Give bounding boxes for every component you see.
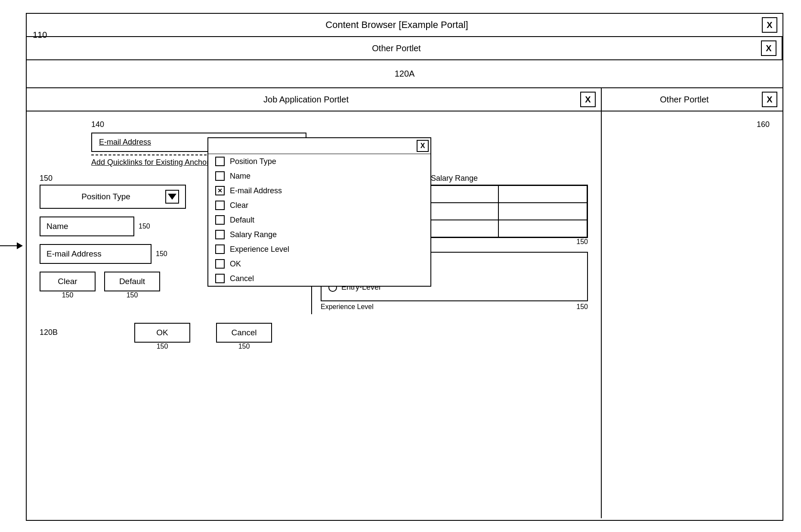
popup-item[interactable]: Cancel [208, 271, 430, 286]
name-input[interactable]: Name [40, 217, 134, 236]
arrow-130-head [17, 242, 23, 249]
popup-item-label: Salary Range [230, 230, 277, 239]
clear-group: Clear 150 [40, 272, 96, 299]
salary-cell-9 [498, 220, 587, 237]
popup-item[interactable]: Experience Level [208, 242, 430, 257]
content-area: Other Portlet X 120A Job Application Por… [27, 37, 782, 518]
ok-num-label: 150 [157, 343, 168, 350]
popup-item[interactable]: Clear [208, 198, 430, 213]
job-app-portlet-title: Job Application Portlet [32, 95, 580, 105]
salary-cell-3 [498, 186, 587, 203]
checkbox-empty-icon[interactable] [215, 157, 225, 166]
email-field-label-text: E-mail Address [46, 249, 102, 258]
other-portlet-top-close[interactable]: X [761, 40, 776, 56]
label-120b: 120B [40, 328, 58, 337]
triangle-icon [168, 194, 176, 200]
other-portlet-right-top-title: Other Portlet [607, 95, 762, 105]
checkbox-empty-icon[interactable] [215, 274, 225, 283]
popup-item[interactable]: Default [208, 213, 430, 227]
label-160: 160 [610, 120, 774, 129]
popup-item[interactable]: ✕E-mail Address [208, 183, 430, 198]
checkbox-empty-icon[interactable] [215, 230, 225, 239]
name-num-label: 150 [139, 223, 150, 230]
popup-item-label: Default [230, 216, 254, 225]
ok-cancel-row: OK 150 Cancel 150 [134, 323, 588, 350]
salary-cell-6 [498, 203, 587, 220]
job-app-portlet-header: Job Application Portlet X [27, 88, 602, 111]
other-portlet-right-top-close[interactable]: X [762, 92, 777, 107]
main-content: 130 140 E-mail Address Add Quicklinks fo… [27, 111, 782, 518]
popup-close-row: X [208, 138, 430, 154]
outer-frame: Content Browser [Example Portal] X 110 O… [26, 13, 783, 521]
default-num-label: 150 [127, 291, 138, 299]
cancel-group: Cancel 150 [216, 323, 272, 350]
popup-item-label: OK [230, 260, 241, 269]
default-group: Default 150 [104, 272, 160, 299]
popup-items-container: Position TypeName✕E-mail AddressClearDef… [208, 154, 430, 286]
cancel-num-label: 150 [238, 343, 250, 350]
quicklinks-popup: X Position TypeName✕E-mail AddressClearD… [207, 137, 431, 287]
label-110: 110 [33, 30, 47, 40]
content-browser-close-button[interactable]: X [762, 17, 777, 33]
cancel-button[interactable]: Cancel [216, 323, 272, 343]
arrow-130-line [0, 245, 17, 246]
checkbox-empty-icon[interactable] [215, 215, 225, 225]
other-portlet-top-header: Other Portlet X [27, 37, 782, 59]
other-portlet-top-title: Other Portlet [32, 43, 761, 53]
popup-item-label: Clear [230, 201, 248, 210]
popup-item[interactable]: Name [208, 169, 430, 183]
popup-item[interactable]: Salary Range [208, 227, 430, 242]
popup-item-label: Name [230, 172, 251, 181]
checkbox-empty-icon[interactable] [215, 244, 225, 254]
email-input[interactable]: E-mail Address [40, 244, 152, 264]
area-120a: 120A [27, 60, 782, 88]
salary-range-label: Salary Range [431, 174, 478, 183]
dropdown-arrow-icon [165, 190, 179, 204]
checkbox-empty-icon[interactable] [215, 171, 225, 181]
position-type-text: Position Type [46, 192, 165, 201]
experience-num-label: 150 [576, 303, 588, 311]
other-portlet-top-row: Other Portlet X [27, 37, 782, 60]
popup-item[interactable]: OK [208, 257, 430, 271]
name-label-text: Name [46, 222, 68, 231]
popup-close-button[interactable]: X [417, 140, 429, 152]
popup-item-label: Cancel [230, 274, 254, 283]
middle-portlet-row: Job Application Portlet X Other Portlet … [27, 88, 782, 111]
email-num-label: 150 [156, 250, 167, 258]
popup-item-label: Experience Level [230, 245, 289, 254]
popup-item-label: Position Type [230, 157, 276, 166]
label-140: 140 [91, 120, 104, 129]
content-browser-title: Content Browser [Example Portal] [32, 19, 762, 31]
other-portlet-right-top-header: Other Portlet X [602, 88, 782, 111]
label-120a: 120A [395, 69, 415, 78]
clear-num-label: 150 [62, 291, 74, 299]
default-button[interactable]: Default [104, 272, 160, 291]
right-panel: 160 [602, 111, 782, 518]
position-type-dropdown[interactable]: Position Type [40, 185, 186, 209]
popup-item-label: E-mail Address [230, 186, 282, 195]
ok-group: OK 150 [134, 323, 190, 350]
job-app-portlet-close[interactable]: X [580, 92, 596, 107]
ok-cancel-area: 120B OK 150 Cancel 150 [40, 323, 588, 350]
experience-label: Experience Level [321, 303, 374, 311]
experience-label-row: Experience Level 150 [321, 303, 588, 311]
ok-button[interactable]: OK [134, 323, 190, 343]
checkbox-checked-icon[interactable]: ✕ [215, 186, 225, 195]
clear-button[interactable]: Clear [40, 272, 96, 291]
checkbox-empty-icon[interactable] [215, 259, 225, 269]
left-panel: 130 140 E-mail Address Add Quicklinks fo… [27, 111, 602, 518]
content-browser-title-bar: Content Browser [Example Portal] X [27, 14, 782, 37]
checkbox-empty-icon[interactable] [215, 201, 225, 210]
arrow-130: 130 [0, 241, 23, 251]
popup-item[interactable]: Position Type [208, 154, 430, 169]
